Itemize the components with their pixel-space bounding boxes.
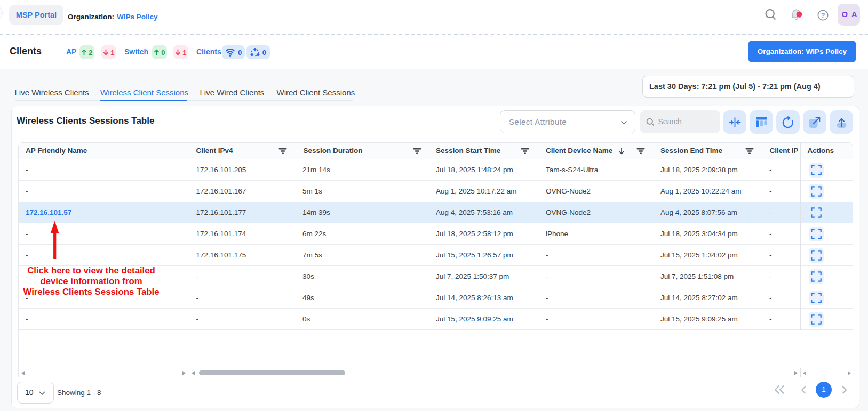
svg-text:?: ? — [821, 12, 825, 19]
